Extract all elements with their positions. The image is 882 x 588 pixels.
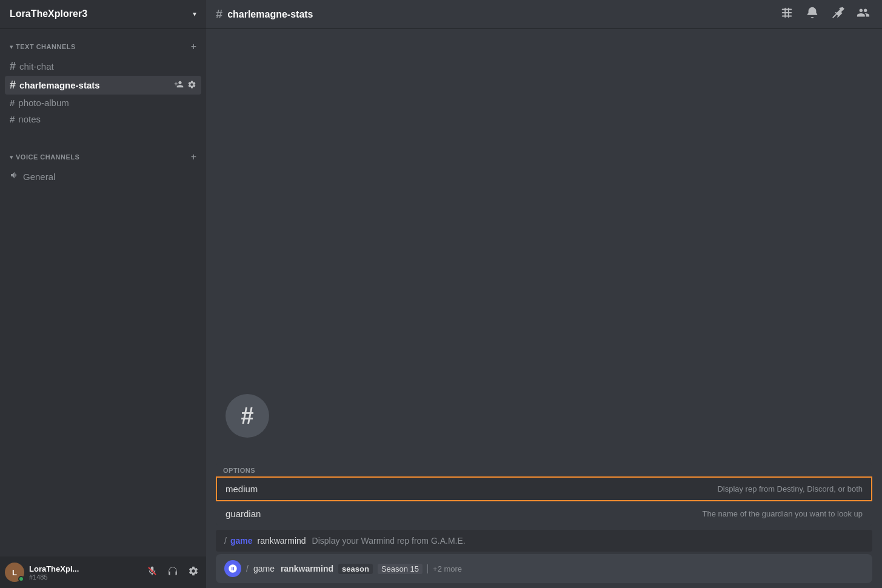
command-suggestion[interactable]: / game rankwarmind Display your Warmind …: [216, 530, 872, 552]
status-indicator: [18, 576, 24, 582]
sidebar: ▾ TEXT CHANNELS + # chit-chat # charlema…: [0, 29, 206, 588]
svg-rect-1: [782, 12, 792, 13]
channel-name: photo-album: [18, 98, 196, 108]
channel-item-chit-chat[interactable]: # chit-chat: [5, 57, 201, 76]
user-bar-icons: [144, 563, 201, 581]
svg-rect-2: [782, 16, 792, 17]
option-row-guardian[interactable]: guardian The name of the guardian you wa…: [216, 501, 872, 526]
channel-welcome-icon: #: [226, 394, 269, 438]
user-discriminator: #1485: [29, 573, 139, 581]
cmd-game: game: [230, 536, 253, 546]
voice-channels-section: ▾ VOICE CHANNELS + General: [0, 139, 206, 188]
svg-line-5: [833, 14, 837, 18]
svg-rect-0: [782, 9, 792, 10]
speaker-icon: [10, 170, 19, 182]
cmd-rankwarmind: rankwarmind: [257, 536, 306, 546]
text-channels-section: ▾ TEXT CHANNELS + # chit-chat # charlema…: [0, 29, 206, 130]
hash-icon: #: [10, 79, 16, 92]
channel-name-title: charlemagne-stats: [227, 9, 313, 20]
svg-rect-3: [784, 8, 786, 18]
text-channels-label: TEXT CHANNELS: [16, 43, 76, 50]
threads-icon[interactable]: [780, 6, 793, 22]
options-label: OPTIONS: [216, 462, 872, 476]
channel-title-area: # charlemagne-stats: [206, 7, 780, 21]
bot-icon: [224, 560, 241, 577]
user-info: LoraTheXpl... #1485: [29, 564, 139, 581]
channel-name: charlemagne-stats: [19, 80, 170, 90]
autocomplete-box: OPTIONS medium Display rep from Destiny,…: [216, 462, 872, 526]
deafen-button[interactable]: [165, 563, 181, 581]
user-settings-button[interactable]: [185, 563, 201, 581]
server-name: LoraTheXplorer3: [10, 8, 87, 19]
bottom-cmd-game: game: [253, 564, 275, 573]
hash-icon: #: [10, 114, 15, 124]
option-row-medium[interactable]: medium Display rep from Destiny, Discord…: [216, 476, 872, 501]
chevron-down-icon: ▾: [193, 10, 196, 18]
bottom-cmd-sub: rankwarmind: [281, 564, 333, 573]
channel-item-notes[interactable]: # notes: [5, 111, 201, 127]
channel-hash-icon: #: [216, 7, 222, 21]
channel-welcome: #: [216, 384, 872, 452]
bottom-cmd-tag-value: Season 15: [378, 564, 423, 574]
option-name-medium: medium: [226, 484, 258, 494]
bottom-cmd-more: +2 more: [427, 564, 462, 573]
pin-icon[interactable]: [831, 6, 844, 22]
top-icons-group: [780, 6, 882, 22]
option-desc-guardian: The name of the guardian you want to loo…: [702, 509, 863, 518]
cmd-description: Display your Warmind rep from G.A.M.E.: [312, 536, 466, 546]
text-channels-header[interactable]: ▾ TEXT CHANNELS +: [5, 39, 201, 55]
channel-item-charlemagne-stats[interactable]: # charlemagne-stats: [5, 76, 201, 95]
main-content: # OPTIONS medium Display rep from Destin…: [206, 29, 882, 588]
voice-channels-label: VOICE CHANNELS: [16, 153, 79, 161]
slash-icon: /: [224, 536, 227, 546]
notification-icon[interactable]: [806, 6, 819, 22]
members-icon[interactable]: [857, 6, 870, 22]
hash-icon: #: [10, 60, 16, 73]
bottom-cmd-slash: /: [246, 564, 249, 573]
bottom-command-row[interactable]: / game rankwarmind season Season 15 +2 m…: [216, 554, 872, 583]
user-bar: L LoraTheXpl... #1485: [0, 556, 206, 588]
voice-channels-header[interactable]: ▾ VOICE CHANNELS +: [5, 149, 201, 165]
hash-icon: #: [10, 98, 15, 108]
add-voice-channel-button[interactable]: +: [191, 152, 196, 162]
add-text-channel-button[interactable]: +: [191, 41, 196, 52]
option-name-guardian: guardian: [226, 509, 261, 519]
username: LoraTheXpl...: [29, 564, 139, 573]
avatar: L: [5, 563, 24, 582]
mute-button[interactable]: [144, 563, 160, 581]
add-member-icon[interactable]: [174, 79, 184, 91]
server-header[interactable]: LoraTheXplorer3 ▾: [0, 0, 206, 29]
svg-rect-4: [788, 8, 789, 18]
option-desc-medium: Display rep from Destiny, Discord, or bo…: [717, 484, 863, 493]
bottom-cmd-tag-label: season: [338, 564, 373, 574]
channel-name: chit-chat: [19, 61, 196, 72]
channel-item-photo-album[interactable]: # photo-album: [5, 95, 201, 111]
channel-name: notes: [18, 114, 196, 124]
chat-area: #: [206, 29, 882, 462]
channel-action-icons: [174, 79, 196, 91]
channel-item-general-voice[interactable]: General: [5, 167, 201, 185]
settings-icon[interactable]: [187, 80, 196, 91]
channel-name: General: [23, 172, 196, 182]
